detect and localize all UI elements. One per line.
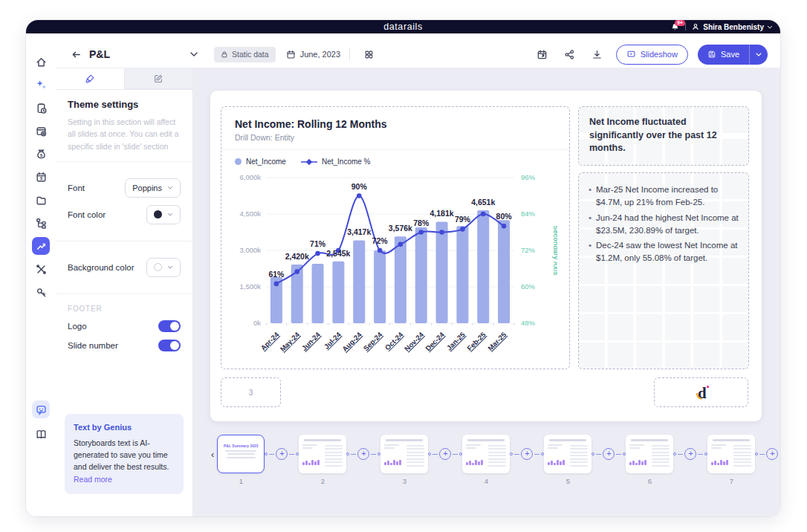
sidebar-item-files[interactable] (32, 191, 50, 209)
svg-text:61%: 61% (268, 270, 285, 279)
connector-line (698, 454, 703, 455)
slide-thumbnail[interactable] (626, 435, 673, 473)
slide-number-toggle[interactable] (158, 340, 181, 351)
sidebar-item-planning[interactable]: $ (32, 168, 50, 186)
date-display[interactable]: June, 2023 (286, 50, 340, 59)
share-button[interactable] (560, 45, 580, 64)
font-label: Font (68, 184, 85, 192)
add-slide-button[interactable]: + (684, 448, 696, 460)
svg-text:4,500k: 4,500k (239, 210, 261, 218)
svg-text:1,500k: 1,500k (239, 282, 261, 291)
font-color-select[interactable] (146, 205, 181, 224)
slide-thumbnail-wrap: 6 (626, 435, 673, 485)
sidebar-item-tools[interactable] (32, 260, 50, 278)
insights-box[interactable]: Mar-25 Net Income increased to $4.7M, up… (578, 172, 749, 369)
slide-thumbnail[interactable] (380, 435, 428, 473)
sparkles-icon (35, 79, 48, 91)
add-slide-button[interactable]: + (521, 448, 533, 460)
sidebar-item-storyboards[interactable] (32, 237, 50, 255)
thumbnail-number: 2 (321, 477, 325, 485)
person-icon (691, 22, 700, 31)
tab-theme[interactable] (56, 68, 124, 89)
filmstrip-next[interactable]: › (778, 435, 780, 473)
sidebar-item-docs[interactable] (32, 425, 50, 443)
svg-text:Aug-24: Aug-24 (340, 330, 363, 353)
thumbnail-number: 6 (648, 477, 652, 485)
user-menu[interactable]: Shira Benbenisty (691, 22, 773, 31)
svg-text:0k: 0k (253, 319, 261, 327)
logo-box[interactable]: d (654, 377, 748, 407)
app-window: datarails 9+ Shira Benbenisty (26, 20, 780, 516)
trend-chart-icon (35, 240, 48, 253)
read-more-link[interactable]: Read more (74, 475, 112, 484)
connector-dot (510, 452, 513, 455)
svg-text:72%: 72% (521, 246, 536, 254)
svg-text:May-24: May-24 (279, 330, 302, 353)
connector-dot (673, 452, 676, 455)
slide-thumbnail[interactable]: P&L Summary 2023 (217, 435, 265, 473)
schedule-button[interactable] (533, 45, 552, 64)
sidebar-item-support-chat[interactable] (32, 400, 50, 418)
font-color-swatch (154, 210, 162, 218)
logo-toggle[interactable] (158, 320, 181, 332)
notifications-button[interactable]: 9+ (670, 22, 680, 32)
title-dropdown[interactable] (190, 52, 198, 56)
sidebar-item-budget[interactable]: $ (32, 145, 50, 163)
add-slide-button[interactable]: + (439, 448, 451, 460)
topbar-divider (685, 23, 686, 30)
lock-icon (221, 51, 228, 59)
sidebar-item-reports[interactable] (32, 122, 50, 140)
svg-text:72%: 72% (372, 236, 389, 245)
icon-rail: $ $ (26, 33, 56, 516)
slide-thumbnail-wrap: 4 (462, 435, 510, 485)
chevron-down-icon (167, 186, 173, 189)
insight-bullet: Jun-24 had the highest Net Income at $23… (585, 212, 741, 238)
connector-dot (592, 452, 594, 455)
sidebar-item-ai[interactable] (32, 76, 50, 94)
datarails-d-logo: d (693, 382, 710, 403)
filmstrip-prev[interactable]: ‹ (208, 435, 217, 473)
slide-thumbnail[interactable] (299, 435, 346, 473)
slide-thumbnail[interactable] (544, 435, 592, 473)
headline-box[interactable]: Net Income fluctuated significantly over… (578, 106, 749, 166)
svg-text:48%: 48% (521, 319, 536, 327)
svg-text:Feb-25: Feb-25 (465, 330, 487, 352)
chart-box[interactable]: Net Income: Rolling 12 Months Drill Down… (221, 106, 570, 369)
thumbnail-number: 3 (403, 477, 406, 485)
download-button[interactable] (588, 45, 607, 64)
slide-number-box[interactable]: 3 (221, 377, 281, 407)
slide-thumbnail[interactable] (462, 435, 510, 473)
add-slide-button[interactable]: + (603, 448, 615, 460)
slideshow-button[interactable]: Slideshow (616, 45, 688, 65)
thumbnail-title: P&L Summary 2023 (218, 444, 264, 448)
save-dropdown[interactable] (749, 45, 768, 65)
sidebar-item-hierarchy[interactable] (32, 214, 50, 232)
font-row: Font Poppins (68, 178, 181, 198)
grid-view-button[interactable] (359, 45, 378, 64)
key-icon (35, 286, 48, 299)
add-slide-button[interactable]: + (766, 448, 778, 460)
grid-icon (364, 50, 374, 59)
notification-badge: 9+ (675, 20, 684, 26)
net-income-chart: 0k48%1,500k60%3,000k72%4,500k84%6,000k96… (235, 169, 557, 365)
calendar-export-icon (537, 49, 548, 60)
add-slide-button[interactable]: + (276, 448, 288, 460)
user-name: Shira Benbenisty (703, 23, 764, 31)
back-button[interactable] (71, 49, 82, 60)
svg-text:2,545k: 2,545k (326, 249, 350, 258)
slide-thumbnail[interactable] (707, 435, 755, 473)
font-select[interactable]: Poppins (125, 178, 181, 198)
sidebar-item-home[interactable] (32, 53, 50, 71)
connector-line (616, 454, 621, 455)
tab-slide-edit[interactable] (124, 68, 193, 89)
sidebar-item-tasks[interactable] (32, 99, 50, 117)
genius-card: Text by Genius Storyboards text is AI-ge… (65, 414, 184, 494)
svg-text:96%: 96% (521, 173, 536, 181)
svg-text:Apr-24: Apr-24 (259, 330, 281, 352)
save-button[interactable]: Save (698, 45, 768, 65)
chart-subtitle: Drill Down: Entity (235, 133, 556, 142)
sidebar-item-access[interactable] (32, 283, 50, 301)
chevron-down-icon (167, 265, 173, 269)
background-color-select[interactable] (146, 258, 181, 277)
add-slide-button[interactable]: + (357, 448, 369, 460)
